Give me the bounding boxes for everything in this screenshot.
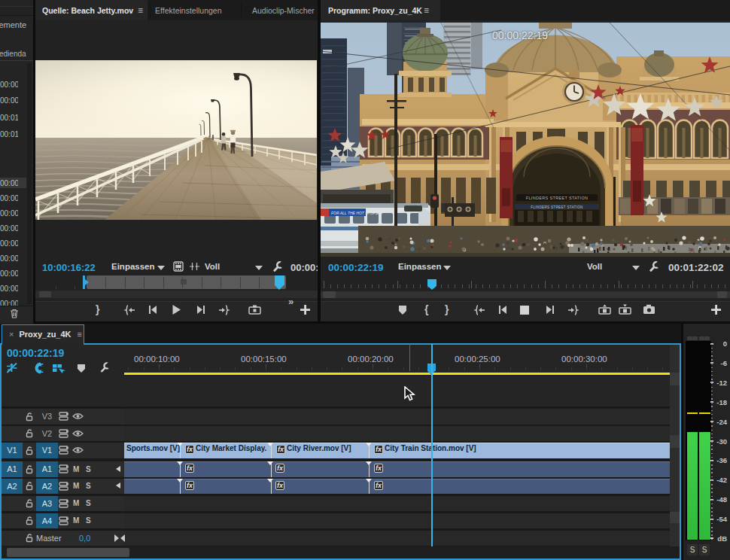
svg-text:FOR ALL THE HOT STOPS!: FOR ALL THE HOT STOPS! [331,211,379,215]
svg-text:FLINDERS STREET STATION: FLINDERS STREET STATION [531,205,582,209]
svg-text:FLINDERS STREET STATION: FLINDERS STREET STATION [526,196,589,200]
